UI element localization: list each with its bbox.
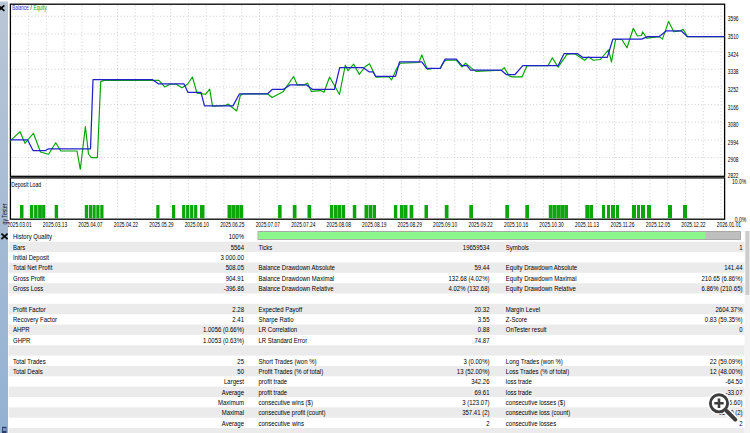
svg-text:141.44: 141.44	[724, 263, 742, 272]
svg-text:consecutive wins ($): consecutive wins ($)	[259, 398, 314, 407]
svg-text:loss trade: loss trade	[506, 388, 532, 397]
svg-text:5564: 5564	[231, 243, 244, 252]
svg-text:Deposit Load: Deposit Load	[11, 180, 41, 189]
svg-text:2.41: 2.41	[232, 315, 244, 324]
svg-text:2994: 2994	[728, 139, 739, 146]
svg-text:2025.07.24: 2025.07.24	[291, 221, 315, 228]
svg-text:2025.11.26: 2025.11.26	[611, 221, 635, 228]
svg-text:profit trade: profit trade	[259, 377, 288, 386]
svg-text:gy Tester: gy Tester	[0, 203, 9, 224]
svg-text:Equity Drawdown Absolute: Equity Drawdown Absolute	[506, 263, 577, 272]
svg-text:-64.50: -64.50	[726, 377, 743, 386]
svg-text:Ticks: Ticks	[259, 243, 273, 252]
svg-text:4.02% (132.68): 4.02% (132.68)	[449, 284, 490, 293]
svg-text:Long Trades (won %): Long Trades (won %)	[506, 357, 563, 366]
svg-text:3596: 3596	[728, 15, 739, 22]
svg-text:Recovery Factor: Recovery Factor	[13, 315, 57, 324]
svg-text:10.0%: 10.0%	[732, 178, 746, 185]
svg-text:3338: 3338	[728, 68, 739, 75]
svg-text:357.41 (2): 357.41 (2)	[462, 408, 490, 417]
svg-text:Equity Drawdown Maximal: Equity Drawdown Maximal	[506, 274, 577, 283]
svg-text:2025.08.29: 2025.08.29	[398, 221, 422, 228]
svg-text:25: 25	[237, 357, 244, 366]
svg-text:12 (48.00%): 12 (48.00%)	[710, 367, 743, 376]
svg-text:Largest: Largest	[224, 377, 245, 386]
svg-text:Profit Trades (% of total): Profit Trades (% of total)	[259, 367, 324, 376]
svg-text:Equity Drawdown Relative: Equity Drawdown Relative	[506, 284, 576, 293]
svg-text:Average: Average	[222, 419, 244, 428]
svg-text:consecutive wins: consecutive wins	[259, 419, 305, 428]
svg-text:0.88: 0.88	[478, 325, 490, 334]
svg-text:2025.11.13: 2025.11.13	[575, 221, 599, 228]
svg-text:2025.04.07: 2025.04.07	[78, 221, 102, 228]
svg-text:6.86% (210.65): 6.86% (210.65)	[702, 284, 743, 293]
svg-text:3.55: 3.55	[478, 315, 490, 324]
svg-text:LR Correlation: LR Correlation	[259, 325, 298, 334]
svg-text:132.68 (4.02%): 132.68 (4.02%)	[449, 274, 490, 283]
svg-text:-33.07: -33.07	[726, 388, 743, 397]
svg-text:904.91: 904.91	[226, 274, 244, 283]
svg-text:Equity: Equity	[34, 3, 47, 12]
svg-text:2025.06.10: 2025.06.10	[185, 221, 209, 228]
svg-text:AHPR: AHPR	[13, 325, 30, 334]
svg-text:loss trade: loss trade	[506, 377, 532, 386]
svg-text:2025.06.25: 2025.06.25	[220, 221, 244, 228]
svg-text:consecutive losses ($): consecutive losses ($)	[506, 398, 566, 407]
svg-text:20.32: 20.32	[475, 305, 490, 314]
svg-text:profit trade: profit trade	[259, 388, 288, 397]
svg-text:Loss Trades (% of total): Loss Trades (% of total)	[506, 367, 570, 376]
svg-text:3 000.00: 3 000.00	[221, 253, 244, 262]
svg-text:Initial Deposit: Initial Deposit	[13, 253, 50, 262]
svg-text:1: 1	[739, 243, 742, 252]
svg-text:Gross Profit: Gross Profit	[13, 274, 45, 283]
svg-text:Symbols: Symbols	[506, 243, 529, 252]
svg-text:2025.09.10: 2025.09.10	[433, 221, 457, 228]
svg-text:GHPR: GHPR	[13, 336, 31, 345]
svg-text:2025.08.08: 2025.08.08	[327, 221, 351, 228]
svg-text:Short Trades (won %): Short Trades (won %)	[259, 357, 317, 366]
svg-text:Sharpe Ratio: Sharpe Ratio	[259, 315, 294, 324]
svg-text:Balance Drawdown Maximal: Balance Drawdown Maximal	[259, 274, 335, 283]
svg-text:Maximum: Maximum	[218, 398, 244, 407]
svg-text:Total Trades: Total Trades	[13, 357, 46, 366]
svg-text:3080: 3080	[728, 121, 739, 128]
svg-text:Average: Average	[222, 388, 244, 397]
svg-text:13 (52.00%): 13 (52.00%)	[457, 367, 490, 376]
svg-text:3 (123.07): 3 (123.07)	[462, 398, 490, 407]
svg-text:2.28: 2.28	[232, 305, 244, 314]
svg-text:2604.37%: 2604.37%	[716, 305, 743, 314]
svg-text:3252: 3252	[728, 86, 739, 93]
svg-text:100%: 100%	[229, 232, 245, 241]
svg-text:consecutive losses: consecutive losses	[506, 419, 557, 428]
svg-text:Balance Drawdown Absolute: Balance Drawdown Absolute	[259, 263, 335, 272]
svg-text:3424: 3424	[728, 51, 739, 58]
svg-text:2025.07.07: 2025.07.07	[256, 221, 280, 228]
svg-text:2025.12.22: 2025.12.22	[681, 221, 705, 228]
svg-text:2026.01.01: 2026.01.01	[717, 221, 741, 228]
svg-text:2025.09.22: 2025.09.22	[468, 221, 492, 228]
svg-text:Z-Score: Z-Score	[506, 315, 527, 324]
svg-text:2: 2	[739, 419, 742, 428]
svg-text:consecutive loss (count): consecutive loss (count)	[506, 408, 571, 417]
svg-text:508.05: 508.05	[226, 263, 244, 272]
svg-text:19659534: 19659534	[463, 243, 490, 252]
svg-text:3166: 3166	[728, 104, 739, 111]
svg-text:2025.12.05: 2025.12.05	[646, 221, 670, 228]
svg-text:2025.04.22: 2025.04.22	[114, 221, 138, 228]
svg-text:2025.08.19: 2025.08.19	[362, 221, 386, 228]
svg-text:OnTester result: OnTester result	[506, 325, 547, 334]
svg-text:342.26: 342.26	[471, 377, 489, 386]
svg-text:Maximal: Maximal	[222, 408, 245, 417]
svg-text:50: 50	[237, 367, 244, 376]
svg-text:2908: 2908	[728, 156, 739, 163]
svg-text:2025.03.13: 2025.03.13	[43, 221, 67, 228]
svg-text:Total Deals: Total Deals	[13, 367, 43, 376]
svg-text:History Quality: History Quality	[13, 232, 52, 241]
svg-text:1.0053 (0.63%): 1.0053 (0.63%)	[203, 336, 244, 345]
svg-text:2025.10.16: 2025.10.16	[504, 221, 528, 228]
svg-text:3510: 3510	[728, 33, 739, 40]
svg-text:consecutive profit (count): consecutive profit (count)	[259, 408, 326, 417]
svg-text:22 (59.09%): 22 (59.09%)	[710, 357, 743, 366]
svg-text:Gross Loss: Gross Loss	[13, 284, 43, 293]
svg-text:0.83 (59.35%): 0.83 (59.35%)	[705, 315, 743, 324]
